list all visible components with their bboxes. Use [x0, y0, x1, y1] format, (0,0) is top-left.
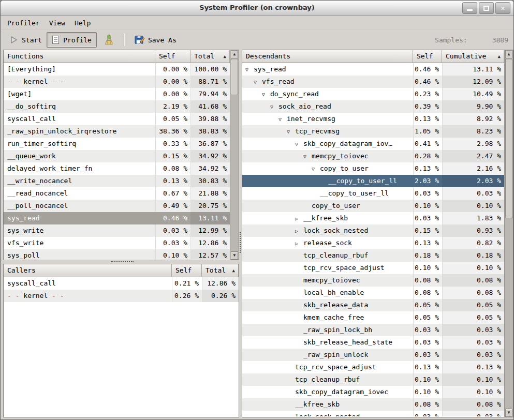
profile-toggle-button[interactable]: Profile: [47, 32, 97, 48]
self-column-header[interactable]: Self: [155, 50, 190, 63]
table-row[interactable]: sys_read0.46 %13.11 %: [4, 212, 230, 224]
scrollbar-thumb[interactable]: [231, 59, 238, 95]
expander-open-icon[interactable]: ▽: [278, 113, 287, 125]
tree-row[interactable]: kmem_cache_free0.05 %0.05 %: [242, 311, 504, 324]
tree-row[interactable]: __kfree_skb0.08 %0.08 %: [242, 398, 504, 411]
cell-self-value: 0.10 %: [413, 373, 442, 386]
expander-closed-icon[interactable]: ▷: [295, 225, 303, 237]
total-column-header[interactable]: Total ▲: [202, 264, 239, 277]
tree-row[interactable]: lock_sock_nested0.03 %0.03 %: [242, 411, 504, 416]
tree-row[interactable]: copy_to_user0.10 %0.10 %: [242, 200, 504, 212]
table-row[interactable]: delayed_work_timer_fn0.08 %34.92 %: [4, 162, 230, 175]
expander-open-icon[interactable]: ▽: [303, 151, 312, 162]
tree-row[interactable]: skb_release_head_state0.03 %0.03 %: [242, 336, 504, 349]
tree-row[interactable]: ▽do_sync_read0.23 %10.49 %: [242, 88, 504, 100]
cell-self-value: 0.39 %: [413, 100, 442, 113]
reset-button[interactable]: [99, 32, 119, 48]
cumulative-column-header[interactable]: Cumulative ▲: [442, 50, 504, 63]
descendants-vertical-scrollbar[interactable]: ▲ ▼: [504, 50, 513, 417]
expander-open-icon[interactable]: ▽: [270, 101, 278, 113]
scroll-down-button[interactable]: ▼: [231, 251, 238, 260]
functions-column-header[interactable]: Functions: [4, 50, 155, 63]
table-row[interactable]: [wget]0.00 %79.94 %: [4, 88, 230, 100]
tree-row[interactable]: tcp_cleanup_rbuf0.10 %0.10 %: [242, 373, 504, 386]
total-column-header[interactable]: Total ▲: [190, 50, 230, 63]
tree-row[interactable]: ▽vfs_read0.46 %12.09 %: [242, 76, 504, 88]
table-row[interactable]: __queue_work0.15 %34.92 %: [4, 150, 230, 162]
menu-profiler[interactable]: Profiler: [3, 18, 45, 28]
expander-open-icon[interactable]: ▽: [312, 163, 320, 175]
tree-row[interactable]: ▽memcpy_toiovec0.28 %2.47 %: [242, 150, 504, 162]
cell-self-value: 0.03 %: [413, 187, 442, 200]
tree-row[interactable]: ▷release_sock0.13 %0.82 %: [242, 237, 504, 249]
expander-open-icon[interactable]: ▽: [254, 76, 262, 88]
tree-row[interactable]: _raw_spin_unlock0.03 %0.03 %: [242, 349, 504, 361]
expander-open-icon[interactable]: ▽: [287, 126, 295, 138]
self-column-header[interactable]: Self: [413, 50, 442, 63]
expander-open-icon[interactable]: ▽: [262, 88, 270, 100]
tree-row[interactable]: tcp_rcv_space_adjust0.10 %0.10 %: [242, 262, 504, 274]
scroll-up-button[interactable]: ▲: [505, 50, 512, 58]
table-row[interactable]: __read_nocancel0.67 %21.88 %: [4, 187, 230, 200]
cell-function-name: delayed_work_timer_fn: [4, 162, 155, 175]
scroll-up-button[interactable]: ▲: [231, 50, 238, 58]
cell-function-name: __do_softirq: [4, 100, 155, 113]
descendants-column-header[interactable]: Descendants: [242, 50, 413, 63]
scroll-down-button[interactable]: ▼: [505, 409, 512, 417]
functions-vertical-scrollbar[interactable]: ▲ ▼: [230, 50, 239, 260]
tree-row[interactable]: __copy_to_user_ll2.03 %2.03 %: [242, 175, 504, 187]
table-row[interactable]: vfs_write0.03 %12.86 %: [4, 237, 230, 249]
table-row[interactable]: _raw_spin_unlock_irqrestore38.36 %38.83 …: [4, 125, 230, 138]
cell-self-value: 0.26 %: [172, 290, 202, 302]
horizontal-splitter-handle[interactable]: [111, 261, 134, 262]
close-button[interactable]: ✕: [495, 2, 510, 14]
expander-open-icon[interactable]: ▽: [295, 138, 303, 150]
table-row[interactable]: sys_poll0.10 %12.57 %: [4, 249, 230, 259]
table-row[interactable]: syscall_call0.05 %39.88 %: [4, 113, 230, 125]
table-row[interactable]: sys_write0.03 %12.99 %: [4, 224, 230, 237]
expander-closed-icon[interactable]: ▷: [295, 213, 303, 224]
tree-row[interactable]: ▽sock_aio_read0.39 %9.90 %: [242, 100, 504, 113]
cell-total-value: 88.71 %: [190, 76, 230, 88]
tree-row[interactable]: local_bh_enable0.08 %0.08 %: [242, 287, 504, 299]
titlebar[interactable]: System Profiler (on crownbay) ✕: [1, 1, 513, 16]
start-button[interactable]: Start: [5, 33, 47, 47]
table-row[interactable]: __write_nocancel0.13 %30.83 %: [4, 175, 230, 187]
tree-row[interactable]: ▽skb_copy_datagram_iov…0.41 %2.98 %: [242, 138, 504, 150]
tree-row[interactable]: tcp_rcv_space_adjust0.13 %0.13 %: [242, 361, 504, 373]
tree-row[interactable]: ▷lock_sock_nested0.15 %0.93 %: [242, 224, 504, 237]
scrollbar-thumb[interactable]: [505, 59, 512, 218]
cell-cumulative-value: 0.10 %: [442, 373, 504, 386]
tree-row[interactable]: memcpy_toiovec0.08 %0.08 %: [242, 274, 504, 287]
tree-row[interactable]: ▽tcp_recvmsg1.05 %8.23 %: [242, 125, 504, 138]
expander-closed-icon[interactable]: ▷: [295, 237, 303, 249]
tree-row[interactable]: tcp_cleanup_rbuf0.18 %0.18 %: [242, 249, 504, 262]
cell-function-name: tcp_rcv_space_adjust: [242, 361, 413, 373]
table-row[interactable]: __poll_nocancel0.49 %20.75 %: [4, 200, 230, 212]
table-row[interactable]: - - kernel - -0.00 %88.71 %: [4, 76, 230, 88]
tree-row[interactable]: __copy_to_user_ll0.03 %0.03 %: [242, 187, 504, 200]
maximize-button[interactable]: [479, 2, 494, 14]
table-row[interactable]: [Everything]0.00 %100.00 %: [4, 63, 230, 76]
table-row[interactable]: __do_softirq2.19 %41.68 %: [4, 100, 230, 113]
expander-open-icon[interactable]: ▽: [245, 64, 254, 76]
tree-row[interactable]: skb_release_data0.05 %0.05 %: [242, 299, 504, 311]
menu-help[interactable]: Help: [70, 18, 95, 28]
tree-row[interactable]: skb_copy_datagram_iovec0.10 %0.10 %: [242, 386, 504, 398]
table-row[interactable]: - - kernel - -0.26 %0.26 %: [4, 290, 239, 302]
document-icon: [52, 35, 60, 44]
tree-row[interactable]: ▽copy_to_user0.13 %2.16 %: [242, 162, 504, 175]
tree-row[interactable]: _raw_spin_lock_bh0.03 %0.03 %: [242, 324, 504, 336]
vertical-splitter-handle[interactable]: [240, 232, 241, 253]
save-as-button[interactable]: Save As: [130, 32, 181, 48]
tree-row[interactable]: ▽sys_read0.46 %13.11 %: [242, 63, 504, 76]
cell-function-name: __copy_to_user_ll: [242, 187, 413, 200]
table-row[interactable]: syscall_call0.21 %12.86 %: [4, 277, 239, 290]
minimize-button[interactable]: [462, 2, 477, 14]
tree-row[interactable]: ▷__kfree_skb0.03 %1.83 %: [242, 212, 504, 224]
self-column-header[interactable]: Self: [172, 264, 202, 277]
table-row[interactable]: run_timer_softirq0.33 %36.87 %: [4, 138, 230, 150]
callers-column-header[interactable]: Callers: [4, 264, 172, 277]
tree-row[interactable]: ▽inet_recvmsg0.13 %8.92 %: [242, 113, 504, 125]
menu-view[interactable]: View: [45, 18, 70, 28]
